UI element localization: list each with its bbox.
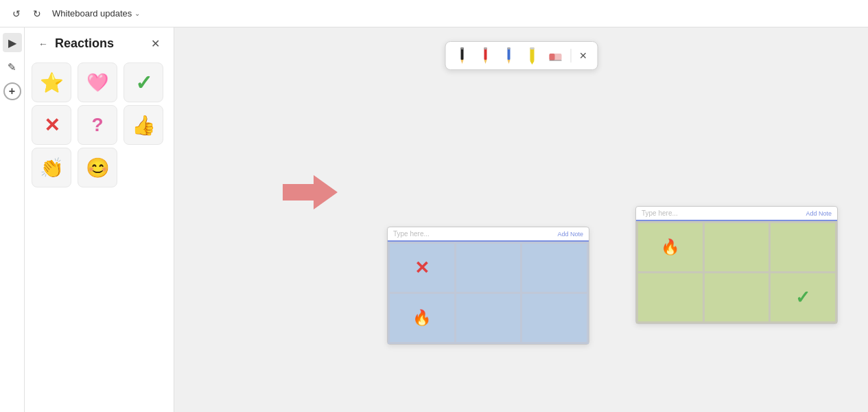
panel-back-button[interactable]: ← [36, 37, 51, 51]
toolbar-separator [570, 49, 571, 62]
reaction-check[interactable]: ✓ [124, 62, 163, 102]
blue-card-grid: ✕ 🔥 [388, 242, 589, 344]
panel-title: Reactions [55, 36, 114, 51]
reactions-grid: ⭐ 🩷 ✓ ✕ ? 👍 👏 😊 [25, 57, 174, 193]
green-card-grid: 🔥 ✓ [636, 221, 837, 323]
add-icon: + [9, 85, 15, 98]
canvas-area[interactable]: ✕ Type here... Add Note ✕ 🔥 [174, 27, 868, 412]
reaction-x[interactable]: ✕ [32, 105, 71, 145]
floating-drawing-toolbar: ✕ [445, 41, 598, 70]
select-tool-button[interactable]: ▶ [3, 33, 22, 52]
svg-marker-1 [460, 60, 463, 64]
header-left: ← Reactions [36, 36, 114, 51]
blue-cell-4[interactable]: 🔥 [390, 294, 454, 342]
blue-pencil-tool[interactable] [499, 46, 518, 65]
svg-marker-10 [530, 61, 534, 65]
svg-rect-5 [484, 47, 486, 49]
reaction-clap[interactable]: 👏 [32, 148, 71, 187]
green-cell-5[interactable] [705, 273, 769, 321]
svg-marker-7 [507, 60, 510, 64]
svg-marker-4 [484, 60, 486, 64]
forward-button[interactable]: ↻ [29, 5, 45, 22]
nav-buttons: ↺ ↻ [8, 5, 45, 22]
blue-cell-2[interactable] [456, 244, 521, 292]
green-cell-6[interactable]: ✓ [771, 273, 835, 321]
green-card-placeholder[interactable]: Type here... [642, 209, 678, 217]
green-card-header: Type here... Add Note [636, 207, 837, 221]
green-card-add-note-button[interactable]: Add Note [806, 210, 832, 217]
svg-rect-13 [549, 54, 554, 60]
blue-card-add-note-button[interactable]: Add Note [557, 231, 583, 238]
reaction-heart[interactable]: 🩷 [78, 62, 117, 102]
pen-icon: ✎ [8, 61, 16, 73]
blue-cell-5[interactable] [456, 294, 521, 342]
panel-close-button[interactable]: ✕ [148, 36, 163, 52]
add-tool-button[interactable]: + [3, 82, 21, 100]
green-cell-4[interactable] [638, 273, 703, 321]
svg-rect-8 [507, 47, 510, 49]
arrow-decoration [283, 172, 338, 223]
blue-card-header: Type here... Add Note [388, 227, 589, 242]
select-icon: ▶ [8, 36, 16, 49]
title-bar: ↺ ↻ Whiteboard updates ⌄ [0, 0, 868, 27]
green-cell-1[interactable]: 🔥 [638, 223, 703, 271]
blue-whiteboard-card: Type here... Add Note ✕ 🔥 [387, 227, 589, 345]
eraser-tool[interactable] [546, 46, 565, 65]
left-toolbar: ▶ ✎ + [0, 27, 25, 412]
green-cell-2[interactable] [705, 223, 769, 271]
back-button[interactable]: ↺ [8, 5, 25, 22]
svg-rect-11 [530, 47, 534, 49]
green-whiteboard-card: Type here... Add Note 🔥 ✓ [635, 206, 838, 324]
green-cell-1-reaction: 🔥 [661, 238, 679, 256]
pen-tool-button[interactable]: ✎ [3, 58, 22, 77]
green-cell-3[interactable] [771, 223, 835, 271]
reactions-panel: ← Reactions ✕ ⭐ 🩷 ✓ ✕ ? 👍 � [25, 27, 174, 412]
reaction-star[interactable]: ⭐ [32, 62, 71, 102]
svg-marker-15 [283, 175, 338, 209]
blue-card-placeholder[interactable]: Type here... [393, 230, 430, 238]
reaction-smile[interactable]: 😊 [78, 148, 117, 187]
chevron-down-icon[interactable]: ⌄ [134, 10, 140, 17]
title-text: Whiteboard updates [52, 8, 132, 19]
side-panel-header: ← Reactions ✕ [25, 27, 174, 57]
red-pencil-tool[interactable] [476, 46, 495, 65]
yellow-highlighter-tool[interactable] [522, 46, 541, 65]
black-pencil-tool[interactable] [452, 46, 471, 65]
blue-cell-1[interactable]: ✕ [390, 244, 454, 292]
blue-cell-1-reaction: ✕ [414, 258, 430, 279]
window-title: Whiteboard updates ⌄ [52, 8, 140, 19]
green-cell-6-reaction: ✓ [795, 287, 810, 308]
reaction-thumbsup[interactable]: 👍 [124, 105, 163, 145]
svg-rect-2 [460, 47, 463, 49]
main-area: ▶ ✎ + ← Reactions ✕ ⭐ 🩷 ✓ [0, 27, 868, 412]
reaction-question[interactable]: ? [78, 105, 117, 145]
blue-cell-4-reaction: 🔥 [412, 309, 431, 327]
blue-cell-6[interactable] [522, 294, 587, 342]
close-floating-toolbar-button[interactable]: ✕ [576, 49, 590, 62]
blue-cell-3[interactable] [522, 244, 587, 292]
